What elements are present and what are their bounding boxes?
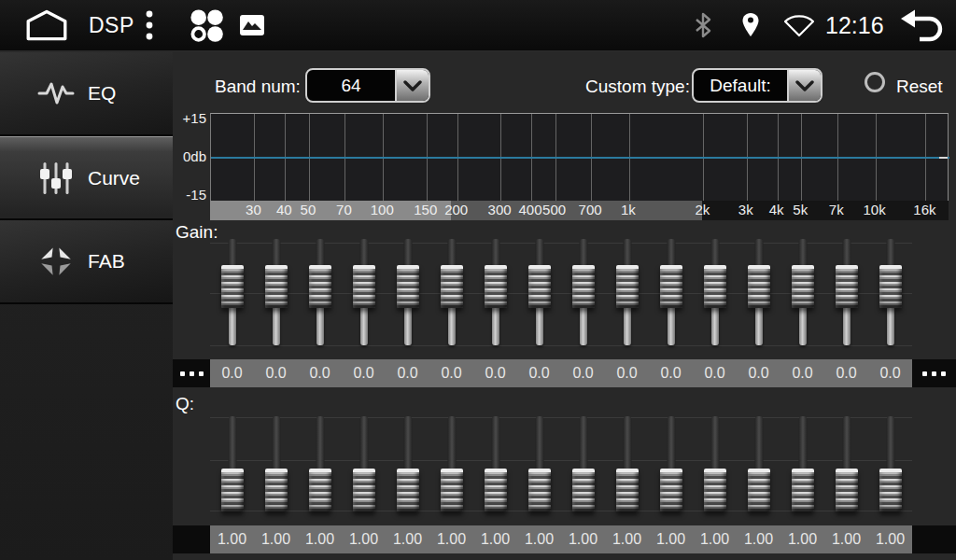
slider-knob[interactable] <box>748 265 770 308</box>
gain-slider[interactable] <box>473 235 517 353</box>
slider-knob[interactable] <box>748 469 770 511</box>
freq-tick: 70 <box>336 202 352 217</box>
q-slider[interactable] <box>298 411 342 523</box>
gain-slider[interactable] <box>342 235 386 353</box>
slider-knob[interactable] <box>265 469 288 511</box>
q-value: 1.00 <box>254 525 298 553</box>
q-slider[interactable] <box>693 411 737 523</box>
gain-slider[interactable] <box>561 235 605 353</box>
slider-knob[interactable] <box>441 469 463 511</box>
slider-knob[interactable] <box>836 265 858 308</box>
home-icon[interactable] <box>23 0 70 50</box>
gain-slider[interactable] <box>693 235 737 353</box>
slider-knob[interactable] <box>397 469 419 511</box>
slider-knob[interactable] <box>528 265 551 308</box>
q-slider[interactable] <box>824 411 868 523</box>
chevron-down-icon <box>787 70 821 101</box>
q-slider[interactable] <box>386 411 429 523</box>
q-value: 1.00 <box>737 525 780 553</box>
slider-knob[interactable] <box>572 469 595 511</box>
gain-slider[interactable] <box>517 235 561 353</box>
slider-knob[interactable] <box>353 265 375 308</box>
slider-knob[interactable] <box>221 469 244 511</box>
slider-knob[interactable] <box>616 265 639 308</box>
custom-type-label: Custom type: <box>585 77 690 97</box>
bluetooth-icon <box>693 0 713 50</box>
eq-curve-plot <box>210 113 949 201</box>
gain-more-right-button[interactable] <box>912 359 956 387</box>
slider-knob[interactable] <box>704 469 726 511</box>
freq-tick: 5k <box>793 202 808 217</box>
q-slider[interactable] <box>649 411 693 523</box>
gain-value: 0.0 <box>649 359 693 387</box>
slider-knob[interactable] <box>265 265 288 308</box>
q-slider[interactable] <box>561 411 605 523</box>
slider-knob[interactable] <box>660 265 682 308</box>
slider-track <box>755 308 763 345</box>
band-num-dropdown[interactable]: 64 <box>305 68 430 103</box>
slider-knob[interactable] <box>441 265 463 308</box>
slider-knob[interactable] <box>572 265 595 308</box>
gain-slider[interactable] <box>605 235 649 353</box>
q-value: 1.00 <box>517 525 561 553</box>
gain-slider[interactable] <box>824 235 868 353</box>
slider-knob[interactable] <box>704 265 726 308</box>
q-slider[interactable] <box>210 411 254 523</box>
q-slider[interactable] <box>868 411 912 523</box>
slider-track <box>536 308 543 345</box>
freq-tick: 500 <box>542 202 566 217</box>
gain-slider-row <box>210 235 912 353</box>
slider-knob[interactable] <box>309 469 331 511</box>
slider-knob[interactable] <box>836 469 858 511</box>
slider-knob[interactable] <box>528 469 551 511</box>
gain-slider[interactable] <box>429 235 473 353</box>
gallery-icon[interactable] <box>239 0 265 50</box>
slider-knob[interactable] <box>309 265 331 308</box>
gain-more-left-button[interactable] <box>173 359 210 387</box>
sidebar-item-eq[interactable]: EQ <box>0 52 173 136</box>
slider-track <box>447 239 456 267</box>
slider-knob[interactable] <box>353 469 375 511</box>
q-value: 1.00 <box>649 525 693 553</box>
gain-value: 0.0 <box>429 359 473 387</box>
slider-knob[interactable] <box>221 265 244 308</box>
q-value: 1.00 <box>868 525 912 553</box>
gain-slider[interactable] <box>254 235 298 353</box>
gain-slider[interactable] <box>737 235 780 353</box>
slider-track <box>316 416 324 470</box>
q-slider[interactable] <box>605 411 649 523</box>
slider-knob[interactable] <box>660 469 682 511</box>
slider-knob[interactable] <box>485 265 507 308</box>
q-slider[interactable] <box>254 411 298 523</box>
gain-slider[interactable] <box>298 235 342 353</box>
back-icon[interactable] <box>898 0 947 50</box>
gain-slider[interactable] <box>386 235 429 353</box>
q-slider[interactable] <box>473 411 517 523</box>
gain-slider[interactable] <box>649 235 693 353</box>
slider-track <box>228 239 236 267</box>
custom-type-dropdown[interactable]: Default: <box>692 68 822 103</box>
slider-track <box>535 416 543 470</box>
sidebar-item-fab[interactable]: FAB <box>0 220 173 304</box>
slider-knob[interactable] <box>485 469 507 511</box>
slider-knob[interactable] <box>397 265 419 308</box>
gain-slider[interactable] <box>868 235 912 353</box>
q-slider[interactable] <box>342 411 386 523</box>
q-value-strip: 1.001.001.001.001.001.001.001.001.001.00… <box>210 525 912 553</box>
slider-knob[interactable] <box>792 265 814 308</box>
sidebar-item-curve[interactable]: Curve <box>0 136 173 220</box>
reset-radio[interactable] <box>865 72 885 92</box>
q-slider[interactable] <box>737 411 780 523</box>
slider-knob[interactable] <box>616 469 639 511</box>
slider-knob[interactable] <box>792 469 814 511</box>
slider-knob[interactable] <box>879 469 902 511</box>
gain-slider[interactable] <box>780 235 824 353</box>
q-slider[interactable] <box>780 411 824 523</box>
apps-clover-icon[interactable] <box>187 0 226 50</box>
slider-track <box>754 416 763 470</box>
q-slider[interactable] <box>429 411 473 523</box>
gain-slider[interactable] <box>210 235 254 353</box>
slider-knob[interactable] <box>879 265 902 308</box>
q-slider[interactable] <box>517 411 561 523</box>
kebab-menu-icon[interactable] <box>145 0 154 50</box>
